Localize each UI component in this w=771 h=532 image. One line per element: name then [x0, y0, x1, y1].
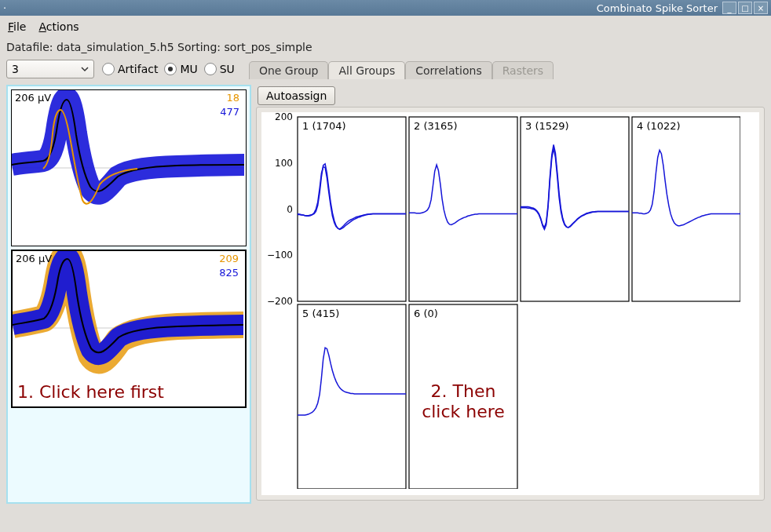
- subplot-label: 2 (3165): [414, 120, 458, 132]
- radio-dot-icon: [204, 63, 217, 75]
- subplot-label: 5 (415): [302, 308, 339, 319]
- all-groups-chart[interactable]: −200−10001002001 (1704)2 (3165)3 (1529)4…: [261, 112, 740, 489]
- window-maximize-button[interactable]: □: [738, 2, 752, 14]
- count-blue: 825: [219, 267, 239, 279]
- subplot-2[interactable]: [409, 117, 517, 301]
- autoassign-button[interactable]: Autoassign: [258, 86, 335, 105]
- subplot-1[interactable]: [298, 117, 406, 301]
- subplot-label: 4 (1022): [637, 120, 681, 132]
- window-title: Combinato Spike Sorter: [11, 2, 722, 14]
- menu-file[interactable]: File: [8, 20, 26, 33]
- status-line: Datafile: data_simulation_5.h5 Sorting: …: [0, 38, 771, 56]
- tab-rasters[interactable]: Rasters: [492, 61, 554, 79]
- count-blue: 477: [220, 106, 239, 118]
- count-orange: 209: [219, 253, 239, 264]
- window-titlebar: · Combinato Spike Sorter _ □ ×: [0, 0, 771, 16]
- channel-select-combo[interactable]: 3: [6, 60, 94, 78]
- window-minimize-button[interactable]: _: [722, 2, 736, 14]
- all-groups-panel: Autoassign −200−10001002001 (1704)2 (316…: [256, 85, 765, 501]
- uv-label: 206 µV: [15, 92, 51, 104]
- count-orange: 18: [226, 92, 239, 104]
- workspace: 206 µV 18 477 206 µV 209 825: [0, 82, 771, 527]
- radio-su[interactable]: SU: [204, 63, 235, 75]
- subplot-label: 6 (0): [414, 308, 438, 319]
- menubar: File Actions: [0, 16, 771, 38]
- subplot-3[interactable]: [521, 117, 629, 301]
- radio-artifact[interactable]: Artifact: [102, 63, 158, 75]
- instruction-2: 2. Then: [431, 381, 496, 401]
- uv-label: 206 µV: [16, 253, 52, 264]
- toolbar-row: 3 Artifact MU SU One Group All Groups Co…: [0, 56, 771, 82]
- group-thumb-1[interactable]: 206 µV 18 477: [11, 89, 247, 246]
- subplot-5[interactable]: [298, 304, 406, 489]
- svg-text:−200: −200: [267, 296, 293, 307]
- radio-group-type: Artifact MU SU: [102, 63, 235, 75]
- radio-dot-icon: [164, 63, 177, 75]
- subplot-4[interactable]: [632, 117, 740, 301]
- group-thumb-2[interactable]: 206 µV 209 825 1. Click here first: [11, 250, 247, 408]
- menu-actions[interactable]: Actions: [38, 20, 79, 33]
- all-groups-plot-frame: −200−10001002001 (1704)2 (3165)3 (1529)4…: [256, 107, 765, 501]
- window-close-button[interactable]: ×: [754, 2, 768, 14]
- group-thumb-chart: [12, 90, 244, 246]
- tab-correlations[interactable]: Correlations: [405, 61, 492, 79]
- svg-text:100: 100: [275, 158, 293, 169]
- radio-mu[interactable]: MU: [164, 63, 197, 75]
- combo-value: 3: [12, 63, 19, 75]
- svg-text:−100: −100: [267, 250, 293, 261]
- subplot-label: 3 (1529): [525, 120, 569, 132]
- instruction-2: click here: [422, 402, 505, 421]
- chevron-down-icon: [81, 63, 89, 75]
- svg-text:0: 0: [287, 204, 293, 215]
- svg-text:200: 200: [275, 112, 293, 122]
- tab-all-groups[interactable]: All Groups: [328, 61, 405, 79]
- radio-dot-icon: [102, 63, 115, 75]
- tabbar: One Group All Groups Correlations Raster…: [249, 60, 554, 78]
- subplot-label: 1 (1704): [302, 120, 346, 132]
- instruction-1: 1. Click here first: [17, 383, 164, 402]
- tab-one-group[interactable]: One Group: [249, 61, 329, 79]
- group-list-panel[interactable]: 206 µV 18 477 206 µV 209 825: [6, 85, 251, 504]
